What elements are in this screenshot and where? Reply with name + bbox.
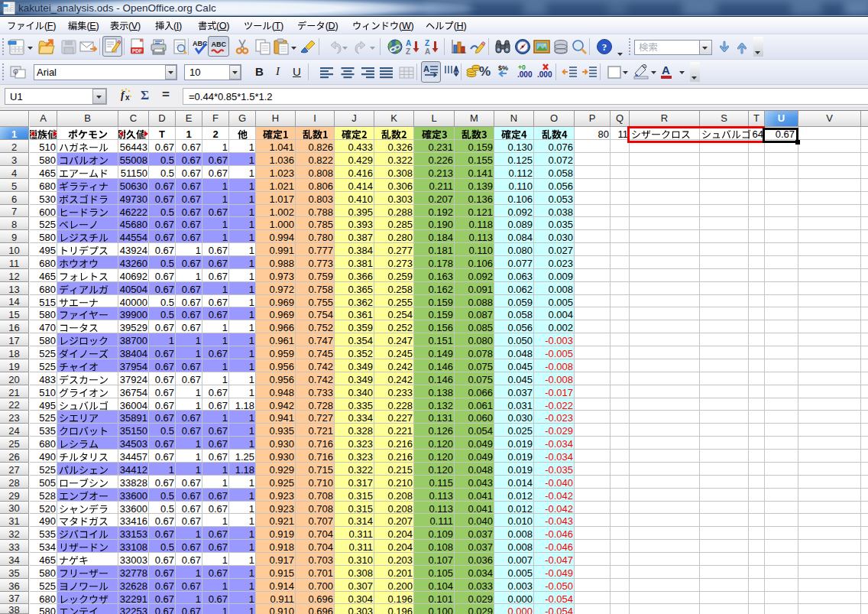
svg-text:$%: $% — [498, 64, 508, 72]
svg-text:x: x — [125, 93, 130, 102]
svg-text:Z: Z — [425, 39, 429, 47]
svg-text:+0: +0 — [518, 63, 526, 71]
svg-text:ABC: ABC — [212, 41, 227, 48]
svg-text:PDF: PDF — [132, 48, 142, 54]
svg-text:.000: .000 — [517, 70, 533, 79]
svg-text:A: A — [423, 64, 429, 73]
svg-text:A: A — [425, 47, 430, 56]
svg-text:A: A — [406, 39, 411, 47]
svg-text:.000: .000 — [537, 70, 552, 79]
svg-text:?: ? — [602, 41, 607, 53]
svg-text:Z: Z — [406, 47, 410, 56]
